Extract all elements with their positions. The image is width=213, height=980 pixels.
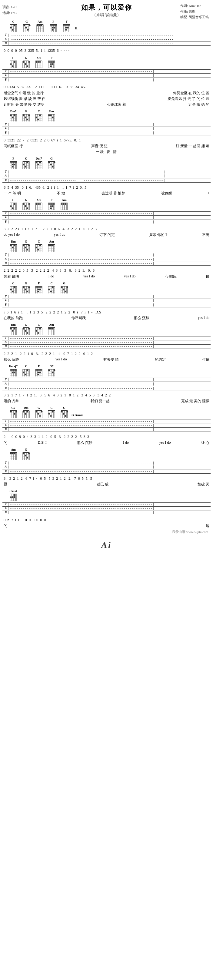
chord-Dm7-s8: Dm bbox=[8, 323, 19, 335]
svg-point-567 bbox=[23, 453, 25, 454]
lyric-s10-2: D.S! I bbox=[38, 440, 47, 445]
tab-s7-A: A|--------------------------------------… bbox=[2, 299, 211, 303]
watermark: 我爱曲谱 www.52jita.com bbox=[2, 530, 211, 534]
lyric-s3-1: 同眠幽室 行 bbox=[4, 143, 23, 149]
svg-point-420 bbox=[40, 328, 41, 329]
lyric-s3-3: 好 亲量 一 起回 拥 每 bbox=[176, 143, 209, 149]
chord-C-s7: C bbox=[8, 282, 19, 293]
lyric-s2-4: 摆免着风 扑 去 了 的 位 置 bbox=[168, 96, 209, 102]
tab-s9-B: B|--------------------------------------… bbox=[2, 386, 211, 390]
tab-s11-B: B|--------------------------------------… bbox=[2, 469, 211, 474]
tab-section10: T|--------------------------------------… bbox=[2, 419, 211, 432]
svg-point-518 bbox=[41, 411, 43, 412]
lyric-s7-2: 你呼叫我 bbox=[71, 315, 86, 321]
lyric-s8-2: yes I do bbox=[56, 357, 67, 362]
tab-s8-A: A|--------------------------------------… bbox=[2, 340, 211, 345]
lyric-s2-6: 心跳球离 着 bbox=[107, 102, 126, 107]
lyric-s10-6: 让 心 bbox=[201, 440, 209, 445]
tab-section5: T|--------------------------------------… bbox=[2, 212, 211, 224]
chord-Dm7-s6: Dm bbox=[8, 240, 19, 252]
gsus4-label-s10: G Gsus4 bbox=[72, 414, 83, 418]
svg-point-569 bbox=[25, 455, 26, 457]
svg-point-456 bbox=[27, 369, 28, 371]
svg-point-531 bbox=[48, 413, 50, 415]
svg-point-296 bbox=[29, 245, 30, 246]
lyric-s11-3: 如破 灭 bbox=[197, 482, 209, 487]
svg-point-283 bbox=[10, 245, 12, 246]
tab-section3: T|--------------------------------------… bbox=[2, 123, 211, 135]
svg-point-382 bbox=[61, 286, 63, 288]
svg-point-137 bbox=[27, 119, 28, 120]
svg-point-172 bbox=[12, 164, 14, 165]
svg-point-272 bbox=[65, 203, 66, 205]
svg-point-506 bbox=[27, 411, 28, 412]
chord-G-s8: G bbox=[21, 323, 32, 335]
tab-s7-B: B|--------------------------------------… bbox=[2, 303, 211, 307]
svg-point-73 bbox=[10, 63, 12, 65]
svg-point-247 bbox=[40, 203, 41, 205]
lyric-s7-4: yes I do bbox=[198, 315, 209, 321]
bottom-ai-section: Ai bbox=[2, 534, 211, 553]
tab-s12-A: A|--------------------------------------… bbox=[2, 507, 211, 511]
tab-s3-A: A|--------------------------------------… bbox=[2, 127, 211, 131]
svg-point-72 bbox=[14, 61, 16, 63]
svg-point-383 bbox=[67, 286, 68, 288]
svg-point-198 bbox=[38, 164, 39, 165]
svg-point-210 bbox=[50, 164, 52, 165]
svg-point-410 bbox=[27, 332, 28, 334]
lyric-s5-1: do yes I do bbox=[4, 232, 20, 237]
svg-point-233 bbox=[23, 203, 25, 205]
chord-F-s4: F bbox=[8, 157, 19, 169]
svg-point-543 bbox=[67, 411, 68, 412]
tab-s10-B: B|--------------------------------------… bbox=[2, 428, 211, 432]
svg-rect-258 bbox=[48, 203, 55, 205]
tab-section4: T|----------------------------------- --… bbox=[2, 170, 211, 183]
svg-point-271 bbox=[63, 203, 65, 205]
notation-s6: 2 2 2 2 2 0 5 3 2 2 2 2 4 3 3 3 6. 3 2 1… bbox=[2, 267, 211, 274]
lyric-s9-1: 活的 凡常 bbox=[4, 399, 19, 404]
svg-rect-59 bbox=[63, 25, 70, 26]
svg-point-334 bbox=[12, 291, 14, 292]
header: 如果，可以爱你 （原唱 翁滋蔓） bbox=[2, 3, 211, 18]
svg-point-48 bbox=[54, 27, 56, 29]
tab-section6: T|--------------------------------------… bbox=[2, 253, 211, 266]
lyric-s7-1: 在我的 前跑 bbox=[4, 315, 23, 321]
chord-Dm7-s4: Dm7 bbox=[33, 157, 44, 169]
svg-point-273 bbox=[61, 203, 63, 205]
tab-s10-T: T|--------------------------------------… bbox=[2, 419, 211, 423]
lyric-s6-1: 苦着 说明 bbox=[4, 274, 19, 279]
tab-s6-A: A|--------------------------------------… bbox=[2, 257, 211, 261]
svg-point-505 bbox=[23, 411, 25, 412]
composer-label: 作词: Kim One bbox=[180, 3, 209, 9]
svg-point-446 bbox=[14, 372, 16, 373]
chord-C-s6: C bbox=[33, 240, 44, 252]
chord-G: G bbox=[21, 20, 32, 32]
chord-G-s3: G bbox=[21, 110, 32, 121]
svg-point-134 bbox=[23, 115, 25, 116]
svg-point-494 bbox=[16, 411, 17, 412]
tab-s8-T: T|--------------------------------------… bbox=[2, 336, 211, 340]
lyric-s4-4: 被偷醒 bbox=[161, 191, 172, 196]
tab-section12: T|--------------------------------------… bbox=[2, 503, 211, 515]
lyric-s5-3: 订下 的定 bbox=[99, 232, 115, 237]
lyric-s6-2: I do bbox=[48, 274, 54, 279]
svg-point-520 bbox=[40, 415, 41, 417]
svg-point-284 bbox=[14, 245, 16, 246]
svg-point-223 bbox=[12, 207, 14, 209]
tab-string-A: A ||------------------------------------… bbox=[2, 37, 211, 41]
svg-point-360 bbox=[38, 291, 39, 292]
svg-rect-171 bbox=[10, 162, 17, 163]
svg-point-60 bbox=[65, 27, 67, 29]
tab-s11-T: T|--------------------------------------… bbox=[2, 461, 211, 465]
svg-point-295 bbox=[23, 245, 25, 246]
svg-point-122 bbox=[10, 115, 12, 116]
lyric-s11-1: 愿 bbox=[4, 482, 7, 487]
tab-s12-T: T|--------------------------------------… bbox=[2, 503, 211, 507]
lyric-s4-3: 去过明 著 怕梦 bbox=[102, 191, 125, 196]
tab-section9: T|--------------------------------------… bbox=[2, 378, 211, 390]
notation-s4: 6 5 4 35 0 1 6. 435 6. 2 i i 1 i 1 7 i 2… bbox=[2, 184, 211, 191]
svg-point-458 bbox=[25, 374, 26, 375]
svg-point-308 bbox=[40, 245, 41, 246]
chord-Am-s5b: Am bbox=[59, 198, 70, 210]
svg-point-62 bbox=[65, 29, 67, 30]
